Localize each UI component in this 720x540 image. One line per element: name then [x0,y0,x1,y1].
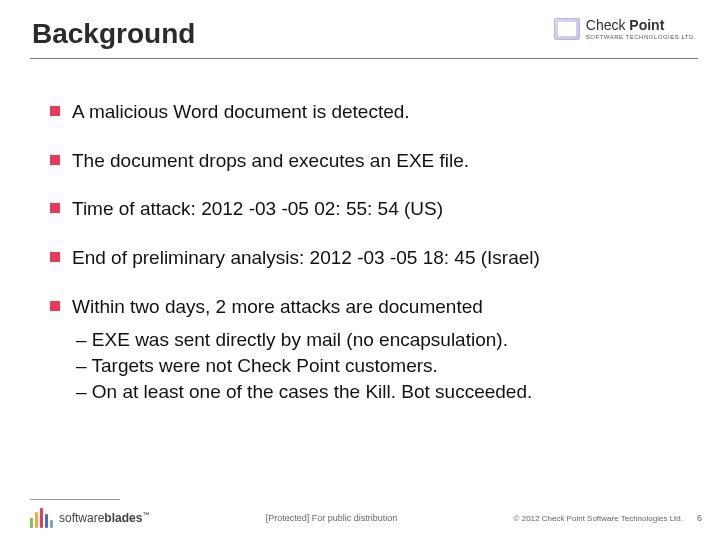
brand-bold: blades [104,511,142,525]
footer-copyright: © 2012 Check Point Software Technologies… [514,514,683,523]
brand-thin: software [59,511,104,525]
software-blades-logo: softwareblades™ [30,508,149,528]
footer-rule [30,499,120,500]
logo-subtitle: SOFTWARE TECHNOLOGIES LTD. [586,34,696,40]
logo-bold: Point [629,17,664,33]
square-bullet-icon [50,203,60,213]
sub-item: – Targets were not Check Point customers… [76,353,680,379]
list-item: End of preliminary analysis: 2012 -03 -0… [50,246,680,271]
bullet-text: Time of attack: 2012 -03 -05 02: 55: 54 … [72,197,443,222]
list-item: A malicious Word document is detected. [50,100,680,125]
sub-list: – EXE was sent directly by mail (no enca… [76,327,680,404]
square-bullet-icon [50,252,60,262]
bullet-text: A malicious Word document is detected. [72,100,410,125]
logo-icon [554,18,580,40]
bullet-text: The document drops and executes an EXE f… [72,149,469,174]
slide: Background Check Point SOFTWARE TECHNOLO… [0,0,720,540]
content: A malicious Word document is detected. T… [50,100,680,428]
footer-brand-text: softwareblades™ [59,511,149,525]
footer: softwareblades™ [Protected] For public d… [30,508,702,528]
header: Background Check Point SOFTWARE TECHNOLO… [32,18,696,50]
header-rule [30,58,698,59]
list-item: Time of attack: 2012 -03 -05 02: 55: 54 … [50,197,680,222]
trademark: ™ [142,511,149,518]
bars-icon [30,508,53,528]
bullet-text: End of preliminary analysis: 2012 -03 -0… [72,246,540,271]
logo-prefix: Check [586,17,630,33]
sub-item: – EXE was sent directly by mail (no enca… [76,327,680,353]
list-item: Within two days, 2 more attacks are docu… [50,295,680,405]
page-title: Background [32,18,195,50]
logo-line1: Check Point [586,18,696,32]
square-bullet-icon [50,106,60,116]
square-bullet-icon [50,155,60,165]
bullet-text: Within two days, 2 more attacks are docu… [72,295,483,320]
list-item: The document drops and executes an EXE f… [50,149,680,174]
logo-text: Check Point SOFTWARE TECHNOLOGIES LTD. [586,18,696,40]
page-number: 6 [697,513,702,523]
square-bullet-icon [50,301,60,311]
sub-item: – On at least one of the cases the Kill.… [76,379,680,405]
footer-classification: [Protected] For public distribution [149,513,513,523]
checkpoint-logo: Check Point SOFTWARE TECHNOLOGIES LTD. [554,18,696,40]
